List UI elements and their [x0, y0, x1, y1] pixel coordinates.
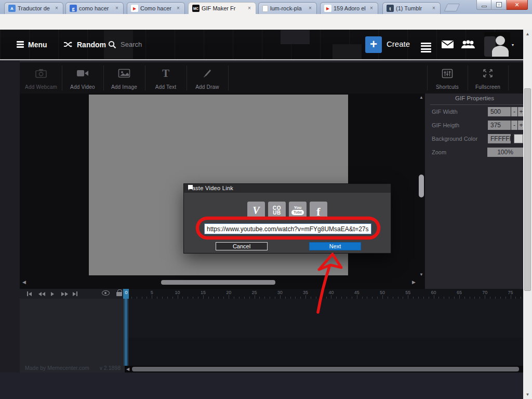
hamburger-icon — [17, 40, 24, 49]
search-icon — [108, 41, 116, 49]
create-label[interactable]: Create — [387, 39, 410, 48]
random-button[interactable]: Random — [63, 30, 106, 59]
stepper-minus-button[interactable]: - — [511, 107, 517, 116]
skip-start-icon — [29, 292, 32, 296]
menu-button[interactable]: Menu — [17, 30, 47, 59]
page-scroll-up-icon[interactable]: ▲ — [523, 32, 532, 36]
toolbar-button-add-video[interactable]: Add Video — [62, 62, 103, 94]
tab-close-icon[interactable]: × — [431, 5, 437, 11]
site-header: Menu Random Search MemeCenter + Create — [0, 30, 523, 59]
toolbar-button-add-image[interactable]: Add Image — [104, 62, 144, 94]
toolbar-divider — [228, 65, 229, 90]
video-url-input[interactable] — [204, 223, 371, 234]
account-caret-icon[interactable] — [512, 43, 514, 47]
property-value[interactable]: FFFFFF — [488, 134, 511, 143]
page-scroll-down-icon[interactable]: ▼ — [523, 392, 532, 397]
minimize-button[interactable] — [476, 0, 491, 10]
tab-close-icon[interactable]: × — [368, 5, 375, 11]
rewind-button[interactable] — [38, 291, 45, 297]
avatar[interactable] — [484, 32, 510, 57]
tab-close-icon[interactable]: × — [246, 5, 252, 11]
timeline-scroll-thumb[interactable] — [132, 367, 519, 371]
ruler-tick — [255, 295, 255, 299]
vine-button[interactable]: V — [247, 202, 265, 219]
page-scroll-thumb[interactable] — [524, 88, 531, 291]
next-button[interactable]: Next — [309, 242, 361, 250]
timeline-ruler[interactable]: 051015202530354045505560657075 — [125, 289, 523, 299]
toolbar-divider — [508, 65, 509, 90]
tab-traductor-de[interactable]: ATraductor de× — [4, 2, 63, 14]
window-controls: ✕ — [476, 0, 528, 10]
tab--1-tumblr[interactable]: t(1) Tumblr× — [382, 2, 441, 14]
toolbar-button-add-draw[interactable]: Add Draw — [187, 62, 228, 94]
timeline-scroll-left-icon[interactable]: ◀ — [126, 367, 129, 371]
tab-title: Como hacer — [140, 5, 173, 11]
tab-como-hacer[interactable]: gcomo hacer× — [65, 2, 124, 14]
ruler-tick — [382, 295, 383, 299]
create-plus-icon[interactable]: + — [365, 36, 382, 53]
tab-lum-rock-pla[interactable]: lum-rock-pla× — [258, 2, 317, 14]
messages-icon[interactable] — [441, 40, 454, 49]
tab-close-icon[interactable]: × — [175, 5, 181, 11]
sliders-icon — [428, 66, 467, 80]
eye-toggle[interactable] — [102, 290, 110, 296]
toolbar-button-s[interactable]: S — [509, 62, 523, 94]
canvas-scroll-up-icon[interactable]: ▲ — [419, 95, 423, 100]
skip-start-button[interactable] — [27, 291, 32, 297]
timeline-footer: Made by Memecenter.com v 2.1898 — [20, 365, 124, 371]
property-value[interactable]: 500 — [488, 107, 511, 116]
property-value[interactable]: 100% — [487, 148, 523, 157]
tab-gif-maker-fr[interactable]: MCGIF Maker Fr× — [188, 2, 256, 14]
close-button[interactable]: ✕ — [507, 0, 528, 10]
dialog-close-icon[interactable] — [188, 185, 193, 189]
tab-title: Traductor de — [18, 5, 51, 11]
stepper-plus-button[interactable]: + — [518, 121, 523, 130]
stepper-plus-button[interactable]: + — [518, 107, 523, 116]
youtube-button[interactable]: YouTube — [289, 202, 307, 219]
restore-button[interactable] — [491, 0, 507, 10]
toolbar-divider — [145, 65, 145, 90]
version-label: v 2.1898 — [100, 365, 121, 371]
canvas-scroll-down-icon[interactable]: ▼ — [419, 272, 423, 277]
menu-label: Menu — [28, 41, 47, 49]
tab-close-icon[interactable]: × — [307, 5, 313, 11]
playback-controls — [20, 289, 124, 299]
toolbar-button-label: Add Video — [62, 84, 103, 90]
search-control[interactable]: Search — [108, 30, 142, 59]
text-icon: T — [145, 66, 186, 80]
new-tab-button[interactable] — [444, 4, 460, 11]
ruler-label: 65 — [457, 290, 462, 295]
toolbar-divider — [427, 65, 428, 90]
fast-forward-button[interactable] — [61, 291, 68, 297]
avatar-silhouette — [496, 36, 505, 45]
tab-como-hacer[interactable]: ▶Como hacer× — [127, 2, 185, 14]
timeline-track-area: 051015202530354045505560657075 ◀ — [125, 289, 523, 373]
ruler-tick — [203, 295, 204, 299]
toolbar-button-label: Shortcuts — [428, 84, 467, 90]
toolbar-divider — [62, 65, 62, 90]
tab-close-icon[interactable]: × — [114, 5, 120, 11]
shuffle-icon — [63, 41, 73, 48]
skip-end-button[interactable] — [73, 291, 77, 297]
color-swatch[interactable] — [514, 134, 523, 143]
lock-toggle[interactable] — [116, 290, 122, 296]
toolbar-button-add-text[interactable]: TAdd Text — [145, 62, 186, 94]
canvas-vscroll-thumb[interactable] — [419, 175, 424, 197]
canvas-scroll-left-icon[interactable]: ◀ — [22, 280, 26, 285]
tab-close-icon[interactable]: × — [54, 5, 60, 11]
toolbar-button-fullscreen[interactable]: Fullscreen — [469, 62, 507, 94]
cancel-button[interactable]: Cancel — [216, 242, 268, 250]
toolbar-button-shortcuts[interactable]: Shortcuts — [428, 62, 467, 94]
playhead[interactable] — [123, 289, 129, 366]
tab-159-adoro-el[interactable]: ▶159 Adoro el× — [320, 2, 378, 14]
coub-button[interactable]: COUB — [268, 202, 286, 219]
stepper-minus-button[interactable]: - — [511, 121, 517, 130]
play-button[interactable] — [51, 291, 54, 297]
friends-icon[interactable] — [461, 40, 475, 49]
canvas-hscroll-thumb[interactable] — [161, 280, 275, 285]
canvas-scroll-right-icon[interactable]: ▶ — [412, 280, 416, 285]
facebook-button[interactable]: f — [310, 202, 327, 219]
property-value[interactable]: 375 — [488, 121, 511, 130]
feed-list-icon[interactable] — [421, 41, 431, 54]
toolbar-button-add-webcam[interactable]: Add Webcam — [21, 62, 61, 94]
